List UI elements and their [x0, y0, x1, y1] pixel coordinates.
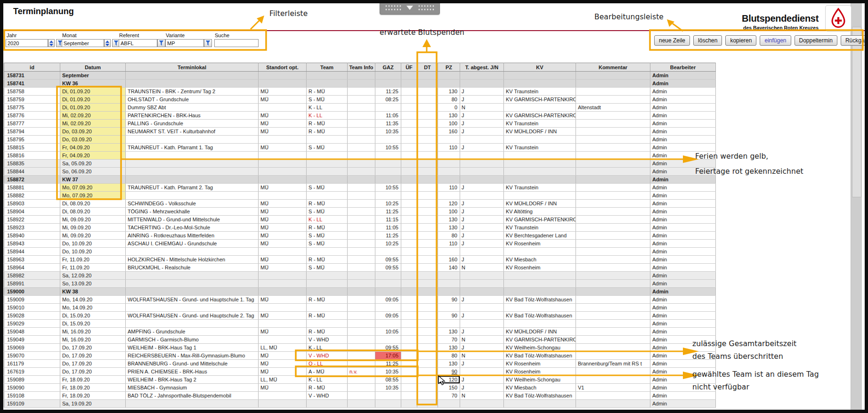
cell-uef[interactable] [401, 392, 417, 400]
cell-standort[interactable]: MÜ [259, 208, 307, 216]
cell-abgest[interactable] [460, 368, 504, 376]
cell-pz[interactable]: 80 [438, 352, 460, 360]
cell-kommentar[interactable] [576, 88, 650, 96]
cell-gaz[interactable] [375, 248, 401, 256]
cell-gaz[interactable]: 11:25 [375, 208, 401, 216]
cell-kv[interactable]: KV MÜHLDORF / INN [504, 128, 576, 136]
cell-kommentar[interactable] [576, 336, 650, 344]
cell-id[interactable]: 158775 [4, 104, 60, 112]
cell-team[interactable]: K - LL [307, 216, 348, 224]
cell-kommentar[interactable] [576, 216, 650, 224]
cell-abgest[interactable]: J [460, 328, 504, 336]
cell-uef[interactable] [401, 344, 417, 352]
cell-teaminfo[interactable] [348, 208, 375, 216]
cell-lokal[interactable]: NEUMARKT ST. VEIT - Kulturbahnhof [126, 128, 259, 136]
cell-kommentar[interactable] [576, 184, 650, 192]
cell-standort[interactable] [259, 136, 307, 144]
cell-gaz[interactable]: 09:05 [375, 312, 401, 320]
cell-dt[interactable] [417, 144, 438, 152]
referent-input[interactable] [119, 39, 157, 47]
cell-bearbeiter[interactable]: Admin [650, 184, 716, 192]
cell-kv[interactable]: KV GARMISCH-PARTENKIRCHEN [504, 336, 576, 344]
cell-abgest[interactable]: N [460, 392, 504, 400]
cell-team[interactable]: V - WHD [307, 392, 348, 400]
cell-lokal[interactable]: TRAUNSTEIN - BRK - Zentrum/ Tag 2 [126, 88, 259, 96]
col-header-datum[interactable]: Datum [60, 63, 126, 72]
cell-abgest[interactable]: J [460, 88, 504, 96]
cell-abgest[interactable]: J [460, 360, 504, 368]
cell-standort[interactable]: MÜ [259, 312, 307, 320]
cell-uef[interactable] [401, 120, 417, 128]
cell-id[interactable]: 158777 [4, 120, 60, 128]
cell-abgest[interactable] [460, 136, 504, 144]
cell-lokal[interactable]: TACHERTING - Dr.-Leo-Mol-Schule [126, 224, 259, 232]
cell-uef[interactable] [401, 248, 417, 256]
cell-team[interactable]: R - MÜ [307, 312, 348, 320]
cell-kommentar[interactable] [576, 232, 650, 240]
cell-pz[interactable]: 100 [438, 120, 460, 128]
cell-pz[interactable]: 130 [438, 216, 460, 224]
cell-teaminfo[interactable] [348, 200, 375, 208]
cell-standort[interactable] [259, 152, 307, 160]
cell-datum[interactable]: Do, 17.09.20 [60, 368, 126, 376]
cell-team[interactable]: V - WHD [307, 352, 348, 360]
cell-standort[interactable]: MÜ [259, 96, 307, 104]
cell-team[interactable]: K - LL [307, 112, 348, 120]
cell-lokal[interactable]: TRAUNREUT - Kath. Pfarramt 2. Tag [126, 184, 259, 192]
cell-uef[interactable] [401, 128, 417, 136]
cell-lokal[interactable]: AINRING - Rotkreuzhaus Mitterfelden [126, 232, 259, 240]
cell-gaz[interactable]: 10:05 [375, 328, 401, 336]
cell-abgest[interactable]: J [460, 200, 504, 208]
cell-gaz[interactable]: 08:25 [375, 96, 401, 104]
cell-bearbeiter[interactable]: Admin [650, 248, 716, 256]
cell-dt[interactable] [417, 184, 438, 192]
cell-gaz[interactable]: 10:55 [375, 184, 401, 192]
cell-uef[interactable] [401, 368, 417, 376]
cell-team[interactable]: K - LL [307, 104, 348, 112]
cell-datum[interactable]: Fr, 18.09.20 [60, 392, 126, 400]
cell-teaminfo[interactable] [348, 296, 375, 304]
cell-kv[interactable]: KV GARMISCH-PARTENKIRCHEN [504, 96, 576, 104]
cell-standort[interactable]: LL, MÜ [259, 376, 307, 384]
cell-bearbeiter[interactable]: Admin [650, 224, 716, 232]
cell-dt[interactable] [417, 104, 438, 112]
cell-gaz[interactable]: 11:05 [375, 112, 401, 120]
cell-kommentar[interactable] [576, 256, 650, 264]
cell-kv[interactable]: KV Traunstein [504, 184, 576, 192]
cell-pz[interactable]: 140 [438, 264, 460, 272]
cell-abgest[interactable]: J [460, 216, 504, 224]
cell-uef[interactable] [401, 112, 417, 120]
cell-bearbeiter[interactable]: Admin [650, 144, 716, 152]
cell-teaminfo[interactable] [348, 352, 375, 360]
cell-id[interactable]: 161179 [4, 360, 60, 368]
cell-kommentar[interactable]: Altenstadt [576, 104, 650, 112]
cell-standort[interactable]: MÜ [259, 88, 307, 96]
cell-pz[interactable] [438, 136, 460, 144]
cell-pz[interactable]: 130 [438, 88, 460, 96]
cell-kv[interactable] [504, 248, 576, 256]
cell-kv[interactable]: KV Bad Tölz-Wolfratshausen [504, 392, 576, 400]
cell-dt[interactable] [417, 96, 438, 104]
cell-team[interactable]: S - MÜ [307, 144, 348, 152]
cell-id[interactable]: 158759 [4, 96, 60, 104]
cell-datum[interactable]: Mi, 09.09.20 [60, 232, 126, 240]
cell-datum[interactable]: Do, 10.09.20 [60, 248, 126, 256]
cell-bearbeiter[interactable]: Admin [650, 136, 716, 144]
cell-kommentar[interactable] [576, 352, 650, 360]
cell-kv[interactable]: KV Rosenheim [504, 368, 576, 376]
cell-abgest[interactable]: J [460, 296, 504, 304]
cell-bearbeiter[interactable]: Admin [650, 128, 716, 136]
col-header-uef[interactable]: ÜF [401, 63, 417, 72]
col-header-bearbeiter[interactable]: Bearbeiter [650, 63, 716, 72]
cell-kommentar[interactable] [576, 304, 650, 312]
cell-gaz[interactable]: 09:05 [375, 296, 401, 304]
cell-teaminfo[interactable] [348, 152, 375, 160]
cell-kommentar[interactable] [576, 296, 650, 304]
cell-team[interactable]: A - MÜ [307, 368, 348, 376]
cell-id[interactable]: 158815 [4, 144, 60, 152]
cell-kv[interactable]: KV Miesbach [504, 256, 576, 264]
cell-standort[interactable]: MÜ [259, 384, 307, 392]
cell-standort[interactable]: MÜ [259, 296, 307, 304]
cell-gaz[interactable]: 10:25 [375, 240, 401, 248]
cell-teaminfo[interactable] [348, 112, 375, 120]
